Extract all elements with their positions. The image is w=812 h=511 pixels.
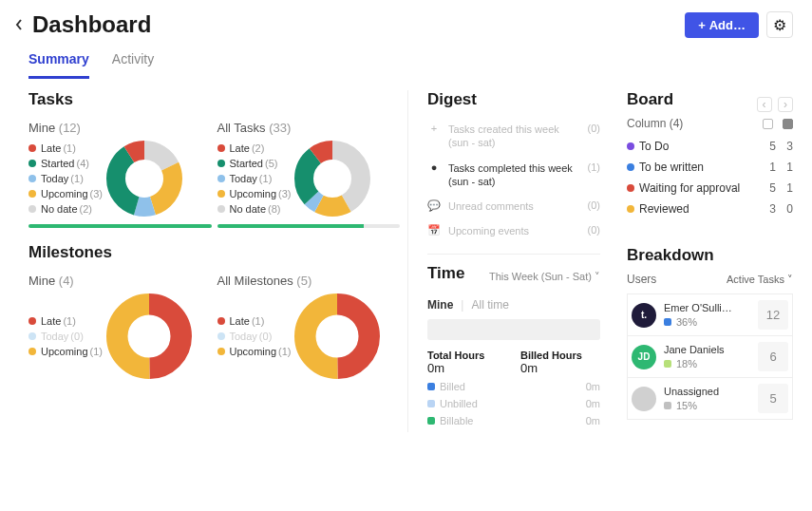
milestones-mine-legend: Late (1) Today (0) Upcoming(1): [28, 315, 103, 357]
tasks-all-legend: Late (2) Started(5) Today (1) Upcoming(3…: [217, 142, 292, 215]
breakdown-users-label: Users: [627, 273, 656, 286]
user-row-2[interactable]: Unassigned15%5: [627, 378, 793, 420]
plus-icon: +: [698, 18, 706, 32]
avatar: JD: [632, 345, 656, 369]
digest-item-1[interactable]: ●Tasks completed this week (sun - sat)(1…: [427, 156, 600, 195]
breakdown-filter[interactable]: Active Tasks ˅: [727, 274, 793, 286]
time-totals: Total Hours0m Billed Hours0m: [427, 350, 600, 375]
time-row-2: Billable0m: [427, 415, 600, 426]
time-row-1: Unbilled0m: [427, 398, 600, 409]
board-heading: Board: [627, 90, 673, 109]
avatar: t.: [632, 303, 656, 328]
tab-activity[interactable]: Activity: [112, 44, 154, 79]
digest-icon: 📅: [427, 224, 441, 237]
time-row-0: Billed0m: [427, 381, 600, 392]
time-tab-all[interactable]: All time: [471, 298, 508, 312]
digest-item-2[interactable]: 💬Unread comments(0): [427, 194, 600, 218]
board-checkbox-2[interactable]: [783, 119, 793, 129]
tasks-all-chart: [294, 141, 370, 217]
digest-item-0[interactable]: +Tasks created this week (sun - sat)(0): [427, 117, 600, 156]
user-row-0[interactable]: t.Emer O'Sulli…36%12: [627, 293, 793, 336]
board-column-header: Column (4): [627, 117, 793, 130]
tasks-all-bar: [217, 224, 401, 228]
gear-icon: ⚙: [773, 16, 786, 34]
digest-icon: +: [427, 123, 441, 134]
board-row-0[interactable]: To Do53: [627, 136, 793, 157]
tasks-all-label: All Tasks (33): [217, 121, 401, 135]
board-row-1[interactable]: To be written11: [627, 157, 793, 178]
tasks-mine-legend: Late (1) Started(4) Today (1) Upcoming(3…: [28, 142, 103, 215]
milestones-heading: Milestones: [28, 243, 400, 262]
milestones-mine-label: Mine (4): [28, 274, 212, 288]
board-checkbox-1[interactable]: [763, 119, 773, 129]
board-row-3[interactable]: Reviewed30: [627, 199, 793, 219]
avatar: [632, 387, 656, 411]
tasks-mine-bar: [28, 224, 212, 228]
digest-icon: 💬: [427, 199, 441, 212]
back-button[interactable]: [11, 17, 27, 32]
tasks-heading: Tasks: [28, 90, 400, 109]
user-row-1[interactable]: JDJane Daniels18%6: [627, 336, 793, 378]
digest-heading: Digest: [427, 90, 600, 109]
tasks-mine-label: Mine (12): [28, 121, 212, 135]
board-prev[interactable]: ‹: [757, 97, 772, 112]
milestones-all-chart: [294, 293, 380, 379]
digest-icon: ●: [427, 161, 441, 173]
page-title: Dashboard: [32, 11, 685, 38]
time-range-selector[interactable]: This Week (Sun - Sat) ˅: [489, 271, 600, 283]
digest-item-3[interactable]: 📅Upcoming events(0): [427, 218, 600, 243]
time-heading: Time: [427, 264, 464, 283]
settings-button[interactable]: ⚙: [766, 11, 793, 38]
milestones-all-legend: Late (1) Today (0) Upcoming(1): [217, 315, 292, 357]
milestones-all-label: All Milestones (5): [217, 274, 401, 288]
time-chart-placeholder: [427, 319, 600, 340]
tasks-mine-chart: [106, 141, 182, 217]
add-button[interactable]: + Add…: [685, 12, 759, 38]
time-tab-mine[interactable]: Mine: [427, 298, 453, 312]
breakdown-heading: Breakdown: [627, 246, 793, 265]
board-next[interactable]: ›: [778, 97, 793, 112]
tab-summary[interactable]: Summary: [28, 44, 89, 79]
board-row-2[interactable]: Waiting for approval51: [627, 178, 793, 199]
milestones-mine-chart: [106, 293, 192, 379]
